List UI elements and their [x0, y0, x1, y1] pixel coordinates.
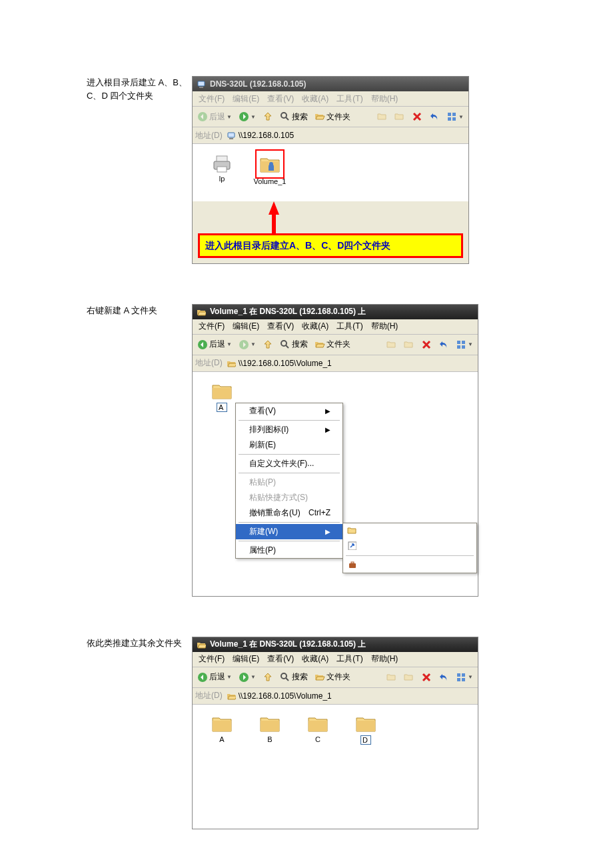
up-button[interactable]	[261, 111, 275, 123]
folders-button[interactable]: 文件夹	[312, 111, 352, 123]
item-label: lp	[219, 175, 225, 183]
menu-edit[interactable]: 编辑(E)	[229, 92, 263, 106]
folders-button[interactable]: 文件夹	[312, 338, 352, 351]
folder-icon	[259, 713, 281, 734]
rename-input[interactable]: D	[360, 735, 371, 745]
folder-icon	[211, 380, 233, 401]
content-area[interactable]: lp Volume_1	[193, 144, 468, 201]
back-button[interactable]: 后退▼	[195, 338, 234, 351]
address-label: 地址(D)	[195, 357, 223, 369]
up-button[interactable]	[261, 339, 275, 351]
ctx-customize-folder[interactable]: 自定义文件夹(F)...	[236, 456, 342, 471]
folders-icon	[314, 672, 325, 683]
folder-b[interactable]: B	[250, 713, 290, 745]
content-area[interactable]: A B C D	[193, 705, 478, 829]
menu-file[interactable]: 文件(F)	[195, 319, 228, 333]
menu-favorites[interactable]: 收藏(A)	[299, 92, 332, 106]
titlebar[interactable]: DNS-320L (192.168.0.105)	[193, 77, 468, 91]
search-button[interactable]: 搜索	[278, 111, 310, 123]
views-button[interactable]: ▼	[454, 671, 475, 683]
menu-tools[interactable]: 工具(T)	[333, 652, 366, 666]
titlebar[interactable]: Volume_1 在 DNS-320L (192.168.0.105) 上	[193, 305, 478, 319]
menu-view[interactable]: 查看(V)	[264, 652, 297, 666]
menu-view[interactable]: 查看(V)	[264, 319, 297, 333]
address-field[interactable]: \\192.168.0.105\Volume_1	[227, 359, 475, 368]
ctx-undo-rename[interactable]: 撤销重命名(U)Ctrl+Z	[236, 505, 342, 521]
views-button[interactable]: ▼	[454, 339, 475, 351]
address-field[interactable]: \\192.168.0.105	[227, 131, 466, 140]
menu-favorites[interactable]: 收藏(A)	[299, 652, 332, 666]
forward-button[interactable]: ▼	[237, 339, 258, 351]
delete-button[interactable]	[419, 339, 434, 351]
up-button[interactable]	[261, 671, 275, 683]
menu-tools[interactable]: 工具(T)	[333, 319, 366, 333]
menu-favorites[interactable]: 收藏(A)	[299, 319, 332, 333]
chevron-right-icon: ▶	[325, 426, 330, 433]
item-label: C	[315, 735, 320, 743]
menu-tools[interactable]: 工具(T)	[333, 92, 366, 106]
delete-icon	[421, 339, 432, 350]
menu-edit[interactable]: 编辑(E)	[229, 319, 263, 333]
move-to-button[interactable]	[384, 339, 399, 351]
undo-button[interactable]	[436, 671, 451, 683]
folder-d[interactable]: D	[346, 713, 386, 745]
ctx-paste-shortcut: 粘贴快捷方式(S)	[236, 490, 342, 505]
back-button[interactable]: 后退▼	[195, 671, 234, 683]
ctx-properties[interactable]: 属性(P)	[236, 543, 342, 558]
copy-icon	[404, 339, 414, 350]
address-path: \\192.168.0.105\Volume_1	[239, 691, 332, 701]
delete-button[interactable]	[419, 671, 434, 683]
sub-new-shortcut[interactable]: 快捷方式(S)	[343, 539, 476, 554]
views-icon	[446, 111, 457, 122]
search-button[interactable]: 搜索	[278, 671, 310, 683]
titlebar[interactable]: Volume_1 在 DNS-320L (192.168.0.105) 上	[193, 637, 478, 652]
sub-new-folder[interactable]: 文件夹(F)	[343, 523, 476, 539]
ctx-view[interactable]: 查看(V)▶	[236, 403, 342, 419]
explorer-window-root: DNS-320L (192.168.0.105) 文件(F) 编辑(E) 查看(…	[192, 76, 469, 264]
back-button[interactable]: 后退▼	[195, 111, 234, 123]
move-to-button[interactable]	[375, 111, 390, 123]
move-to-button[interactable]	[384, 671, 399, 683]
menu-help[interactable]: 帮助(H)	[368, 319, 402, 333]
menubar: 文件(F) 编辑(E) 查看(V) 收藏(A) 工具(T) 帮助(H)	[193, 319, 478, 335]
move-icon	[386, 339, 397, 350]
views-button[interactable]: ▼	[444, 111, 466, 123]
copy-icon	[404, 672, 414, 683]
copy-to-button[interactable]	[402, 671, 416, 683]
ctx-new[interactable]: 新建(W)▶ 文件夹(F) 快捷方式(S) 公文包	[236, 524, 342, 539]
undo-button[interactable]	[427, 111, 442, 123]
item-label: B	[267, 735, 272, 743]
address-field[interactable]: \\192.168.0.105\Volume_1	[227, 691, 475, 701]
copy-to-button[interactable]	[392, 111, 407, 123]
search-icon	[280, 672, 291, 683]
menu-edit[interactable]: 编辑(E)	[229, 652, 263, 666]
copy-to-button[interactable]	[402, 339, 416, 351]
folders-button[interactable]: 文件夹	[312, 671, 352, 683]
search-button[interactable]: 搜索	[278, 338, 310, 351]
undo-button[interactable]	[436, 339, 451, 351]
briefcase-icon	[347, 559, 356, 569]
content-area[interactable]: A 查看(V)▶ 排列图标(I)▶ 刷新(E) 自定义文件夹(F)... 粘贴(…	[193, 372, 478, 596]
ctx-refresh[interactable]: 刷新(E)	[236, 437, 342, 453]
computer-icon	[227, 131, 236, 140]
sub-new-briefcase[interactable]: 公文包	[343, 557, 476, 573]
menu-help[interactable]: 帮助(H)	[368, 652, 402, 666]
delete-button[interactable]	[410, 111, 424, 123]
menu-help[interactable]: 帮助(H)	[368, 92, 402, 106]
menu-file[interactable]: 文件(F)	[195, 652, 228, 666]
rename-input[interactable]: A	[217, 403, 227, 412]
share-item-volume1[interactable]: Volume_1	[250, 152, 290, 185]
menu-view[interactable]: 查看(V)	[264, 92, 297, 106]
forward-button[interactable]: ▼	[237, 111, 258, 123]
window-title: Volume_1 在 DNS-320L (192.168.0.105) 上	[210, 639, 366, 650]
forward-button[interactable]: ▼	[237, 671, 258, 683]
share-item-lp[interactable]: lp	[202, 152, 242, 185]
explorer-window-volume1: Volume_1 在 DNS-320L (192.168.0.105) 上 文件…	[192, 304, 478, 597]
folder-c[interactable]: C	[298, 713, 338, 745]
forward-icon	[239, 672, 249, 683]
search-icon	[280, 111, 291, 122]
folder-a[interactable]: A	[202, 713, 242, 745]
address-label: 地址(D)	[195, 130, 223, 141]
menu-file[interactable]: 文件(F)	[195, 92, 228, 106]
ctx-arrange-icons[interactable]: 排列图标(I)▶	[236, 422, 342, 437]
